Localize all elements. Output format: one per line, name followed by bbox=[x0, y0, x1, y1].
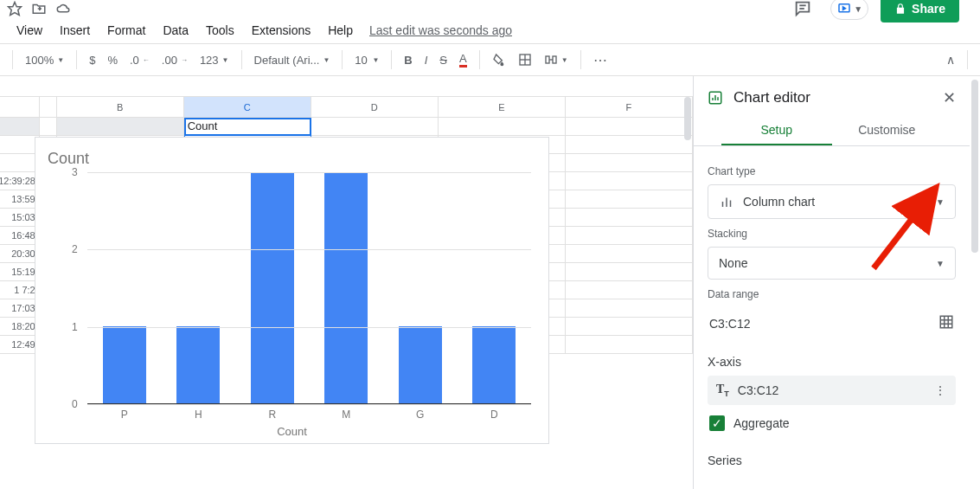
x-tick-label: H bbox=[195, 409, 202, 421]
close-icon[interactable]: ✕ bbox=[943, 88, 956, 107]
merge-cells-icon[interactable]: ▼ bbox=[539, 49, 573, 70]
stacking-select[interactable]: None ▼ bbox=[708, 247, 956, 280]
font-select[interactable]: Default (Ari...▼ bbox=[249, 50, 336, 70]
stacking-label: Stacking bbox=[708, 228, 956, 240]
x-tick-label: M bbox=[342, 409, 350, 421]
chart-x-title: Count bbox=[35, 425, 548, 438]
x-tick-label: D bbox=[490, 409, 498, 421]
bar[interactable] bbox=[472, 326, 516, 403]
tab-customise[interactable]: Customise bbox=[832, 116, 943, 145]
row-header[interactable]: 15:03 bbox=[0, 209, 40, 227]
chart-editor-icon bbox=[708, 90, 723, 106]
strikethrough-icon[interactable]: S bbox=[434, 50, 452, 70]
data-range-value[interactable]: C3:C12 bbox=[709, 317, 750, 331]
currency-icon[interactable]: $ bbox=[84, 50, 100, 70]
share-button[interactable]: Share bbox=[881, 0, 959, 23]
fill-color-icon[interactable] bbox=[487, 49, 511, 70]
menu-help[interactable]: Help bbox=[320, 20, 361, 41]
svg-rect-16 bbox=[940, 316, 952, 328]
collapse-toolbar-icon[interactable]: ∧ bbox=[941, 49, 960, 70]
embedded-chart[interactable]: Count PHRMGD 0123 Count bbox=[35, 137, 549, 444]
more-tools-icon[interactable]: ⋯ bbox=[588, 48, 614, 72]
row-header[interactable]: 18:20 bbox=[0, 318, 40, 336]
row-header[interactable]: 17:03 bbox=[0, 299, 40, 318]
column-chart-icon bbox=[719, 194, 734, 209]
row-header[interactable]: 20:30 bbox=[0, 245, 40, 263]
chart-type-label: Chart type bbox=[708, 165, 956, 177]
caret-icon: ▼ bbox=[936, 197, 945, 207]
aggregate-label: Aggregate bbox=[733, 416, 790, 430]
svg-rect-7 bbox=[546, 56, 549, 63]
percent-icon[interactable]: % bbox=[102, 50, 123, 70]
tab-setup[interactable]: Setup bbox=[721, 116, 832, 145]
chart-editor-panel: Chart editor ✕ Setup Customise Chart typ… bbox=[693, 76, 970, 489]
xaxis-label: X-axis bbox=[708, 355, 956, 369]
svg-rect-8 bbox=[553, 56, 556, 63]
vertical-scrollbar[interactable] bbox=[682, 97, 693, 489]
row-header[interactable]: 1 7:2 bbox=[0, 281, 40, 299]
xaxis-range-pill[interactable]: TT C3:C12 ⋮ bbox=[708, 376, 956, 405]
cloud-status-icon[interactable] bbox=[55, 1, 71, 16]
row-header[interactable]: 15:19 bbox=[0, 263, 40, 281]
cell-b-header[interactable] bbox=[57, 118, 184, 136]
panel-scrollbar[interactable] bbox=[970, 76, 980, 489]
comment-history-icon[interactable] bbox=[787, 0, 818, 24]
star-icon[interactable] bbox=[7, 1, 22, 16]
bar[interactable] bbox=[324, 172, 368, 403]
menu-extensions[interactable]: Extensions bbox=[244, 20, 318, 41]
aggregate-checkbox[interactable]: ✓ bbox=[709, 415, 725, 431]
column-headers[interactable]: B C D E F bbox=[0, 97, 693, 118]
caret-icon: ▼ bbox=[936, 259, 945, 268]
italic-icon[interactable]: I bbox=[420, 50, 433, 70]
font-size-select[interactable]: 10▼ bbox=[349, 50, 384, 70]
more-icon[interactable]: ⋮ bbox=[934, 383, 947, 397]
borders-icon[interactable] bbox=[513, 49, 537, 70]
text-color-icon[interactable]: A bbox=[454, 48, 472, 71]
increase-decimal-icon[interactable]: .00→ bbox=[157, 50, 193, 70]
menu-data[interactable]: Data bbox=[155, 20, 196, 41]
present-button[interactable]: ▼ bbox=[830, 0, 868, 20]
chart-editor-title: Chart editor bbox=[733, 89, 810, 106]
menu-format[interactable]: Format bbox=[99, 20, 153, 41]
zoom-select[interactable]: 100%▼ bbox=[20, 50, 69, 70]
bold-icon[interactable]: B bbox=[399, 50, 417, 70]
decrease-decimal-icon[interactable]: .0← bbox=[125, 50, 155, 70]
x-tick-label: R bbox=[268, 409, 276, 421]
bar[interactable] bbox=[103, 326, 146, 403]
text-icon: TT bbox=[716, 383, 729, 398]
row-header[interactable]: 13:59 bbox=[0, 190, 40, 209]
select-range-icon[interactable] bbox=[938, 314, 954, 332]
x-tick-label: G bbox=[416, 409, 424, 421]
chart-title: Count bbox=[48, 150, 89, 168]
cell-c-header[interactable]: Count bbox=[184, 118, 311, 136]
menu-insert[interactable]: Insert bbox=[52, 20, 98, 41]
row-header[interactable]: 16:48 bbox=[0, 227, 40, 245]
menu-tools[interactable]: Tools bbox=[198, 20, 242, 41]
share-label: Share bbox=[912, 2, 945, 16]
bar[interactable] bbox=[176, 326, 220, 403]
menu-view[interactable]: View bbox=[9, 20, 50, 41]
bar[interactable] bbox=[399, 326, 442, 403]
data-range-label: Data range bbox=[708, 288, 956, 300]
svg-marker-0 bbox=[9, 3, 22, 16]
series-label: Series bbox=[708, 454, 956, 467]
bar[interactable] bbox=[251, 172, 294, 403]
row-header[interactable]: 12:49 bbox=[0, 336, 40, 354]
number-format-select[interactable]: 123▼ bbox=[195, 50, 234, 70]
x-tick-label: P bbox=[121, 409, 128, 421]
chart-type-select[interactable]: Column chart ▼ bbox=[708, 184, 956, 219]
move-folder-icon[interactable] bbox=[31, 1, 47, 16]
last-edit-link[interactable]: Last edit was seconds ago bbox=[369, 23, 512, 37]
